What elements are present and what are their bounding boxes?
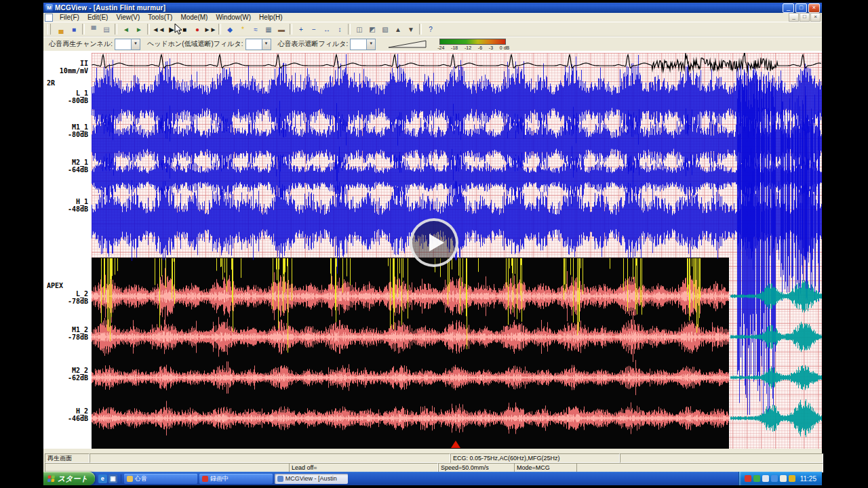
mdi-close-button[interactable]: × — [810, 13, 821, 22]
undo-icon[interactable]: ◄ — [119, 24, 132, 35]
db-tick: -18 — [451, 45, 458, 50]
grid-view-icon[interactable]: ▦ — [262, 24, 275, 35]
channel-label-l2: L_2-78dB — [68, 290, 88, 305]
play-icon — [429, 234, 444, 251]
select-region-icon[interactable]: ◫ — [353, 24, 366, 35]
recorder-icon[interactable] — [745, 475, 751, 482]
mdi-restore-button[interactable]: □ — [800, 13, 810, 22]
fast-forward-icon[interactable]: ►► — [203, 24, 216, 35]
rewind-icon[interactable]: ◄◄ — [152, 24, 165, 35]
ecg-settings-panel: ECG: 0.05-75Hz,AC(60Hz),MFG(25Hz) — [450, 453, 620, 463]
task-icon — [202, 476, 208, 482]
task-icon — [127, 476, 133, 482]
ime-icon[interactable] — [780, 475, 787, 482]
taskbar-clock: 11:25 — [800, 475, 816, 483]
toolbar-separator — [218, 24, 221, 35]
mdi-window-controls: _ □ × — [788, 13, 822, 22]
lead-off-panel: Lead off= — [289, 463, 438, 472]
status-spacer-panel — [576, 463, 823, 472]
window-titlebar: M MCGView - [Austin Flint murmur] _ □ × — [43, 3, 822, 13]
annotate-icon[interactable]: ▧ — [378, 24, 391, 35]
internet-explorer-icon[interactable]: e — [98, 474, 107, 483]
antivirus-icon[interactable] — [753, 475, 760, 482]
display-filter-select[interactable]: ▼ — [350, 39, 376, 50]
app-icon: M — [45, 4, 53, 12]
update-icon[interactable] — [789, 475, 795, 482]
menu-window[interactable]: Window(W) — [212, 14, 255, 21]
menu-edit[interactable]: Edit(E) — [83, 14, 113, 21]
db-gradient-bar — [439, 39, 506, 45]
db-tick: -12 — [465, 45, 471, 50]
channels-up-icon[interactable]: ▲ — [391, 24, 404, 35]
menu-file[interactable]: File(F) — [56, 14, 83, 21]
ecg-lead-label: II10mm/mV — [60, 60, 88, 75]
task-icon — [277, 476, 283, 482]
playback-channel-label: 心音再生チャンネル: — [49, 39, 113, 49]
redo-icon[interactable]: ► — [132, 24, 145, 35]
taskbar-button[interactable]: 心音 — [124, 474, 197, 484]
open-icon[interactable]: ▄ — [54, 24, 67, 35]
volume-icon[interactable] — [762, 475, 769, 482]
sound-icon[interactable]: * — [236, 24, 249, 35]
minimize-button[interactable]: _ — [783, 3, 794, 13]
close-button[interactable]: × — [808, 3, 820, 13]
main-toolbar-icons: ▄■▀▤◄►◄◄▶■●►►◆*≈▦▬+−↔↕◫◩▧▲▼? — [54, 24, 437, 35]
db-level-scale: -24 -18 -12 -6 -3 0 dB — [439, 39, 509, 50]
mouse-cursor-icon — [174, 23, 182, 38]
waveform-icon[interactable]: ≈ — [249, 24, 262, 35]
save-icon[interactable]: ■ — [67, 24, 80, 35]
headphone-filter-select[interactable]: ▼ — [245, 39, 271, 50]
menu-bar: File(F) Edit(E) View(V) Tools(T) Mode(M)… — [43, 13, 822, 22]
ruler-icon[interactable]: ▬ — [275, 24, 288, 35]
controls-toolbar: 心音再生チャンネル: ▼ ヘッドホン(低域遮断)フィルタ: ▼ 心音表示遮断フィ… — [43, 37, 822, 51]
main-toolbar: ▄■▀▤◄►◄◄▶■●►►◆*≈▦▬+−↔↕◫◩▧▲▼? — [43, 22, 822, 37]
menu-mode[interactable]: Mode(M) — [176, 14, 212, 21]
maximize-button[interactable]: □ — [795, 3, 807, 13]
channel-label-m2-2: M2_2-62dB — [68, 367, 88, 382]
copy-view-icon[interactable]: ▤ — [100, 24, 113, 35]
channel-label-gutter: II10mm/mV 2R L_1-80dB M1_1-80dB M2_1-64d… — [43, 51, 92, 449]
record-icon[interactable]: ● — [191, 24, 203, 35]
taskbar-buttons: 心音録画中MCGView - [Austin — [121, 474, 738, 484]
chevron-down-icon: ▼ — [262, 39, 271, 49]
db-tick: 0 dB — [500, 45, 509, 50]
chevron-down-icon: ▼ — [131, 39, 140, 49]
db-tick: -24 — [437, 45, 444, 50]
menu-tools[interactable]: Tools(T) — [144, 14, 176, 21]
chevron-down-icon: ▼ — [366, 39, 375, 49]
marker-icon[interactable]: ◆ — [223, 24, 236, 35]
network-icon[interactable] — [771, 475, 778, 482]
toolbar-grip — [47, 24, 51, 35]
zoom-out-icon[interactable]: − — [307, 24, 320, 35]
taskbar-button[interactable]: 録画中 — [199, 474, 273, 484]
measure-icon[interactable]: ◩ — [366, 24, 378, 35]
desktop-screen: M MCGView - [Austin Flint murmur] _ □ × … — [43, 3, 822, 485]
video-play-button[interactable] — [410, 218, 458, 267]
mdi-document-icon — [45, 14, 53, 22]
channel-label-l1: L_1-80dB — [68, 89, 88, 104]
zoom-in-icon[interactable]: + — [294, 24, 307, 35]
start-button[interactable]: スタート — [43, 472, 95, 485]
print-icon[interactable]: ▀ — [87, 24, 100, 35]
channel-label-m2-1: M2_1-64dB — [68, 159, 88, 174]
speed-panel: Speed=50.0mm/s — [438, 463, 515, 472]
fit-width-icon[interactable]: ↔ — [320, 24, 333, 35]
group1-position-label: 2R — [47, 79, 55, 87]
toolbar-separator — [147, 24, 150, 35]
media-player-icon[interactable]: ▣ — [108, 474, 117, 483]
menu-help[interactable]: Help(H) — [255, 14, 286, 21]
channels-down-icon[interactable]: ▼ — [404, 24, 417, 35]
display-filter-label: 心音表示遮断フィルタ: — [278, 39, 349, 49]
menu-view[interactable]: View(V) — [112, 14, 144, 21]
volume-wedge-slider[interactable] — [388, 39, 427, 49]
channel-label-m1-1: M1_1-80dB — [68, 123, 88, 138]
toolbar-separator — [82, 24, 85, 35]
taskbar-button[interactable]: MCGView - [Austin — [275, 474, 348, 484]
toolbar-separator — [115, 24, 117, 35]
fit-height-icon[interactable]: ↕ — [333, 24, 346, 35]
channel-label-h2: H_2-46dB — [68, 407, 88, 422]
mode-panel: Mode=MCG — [514, 463, 578, 472]
help-icon[interactable]: ? — [424, 24, 437, 35]
mdi-minimize-button[interactable]: _ — [789, 13, 799, 22]
playback-channel-select[interactable]: ▼ — [115, 39, 140, 50]
